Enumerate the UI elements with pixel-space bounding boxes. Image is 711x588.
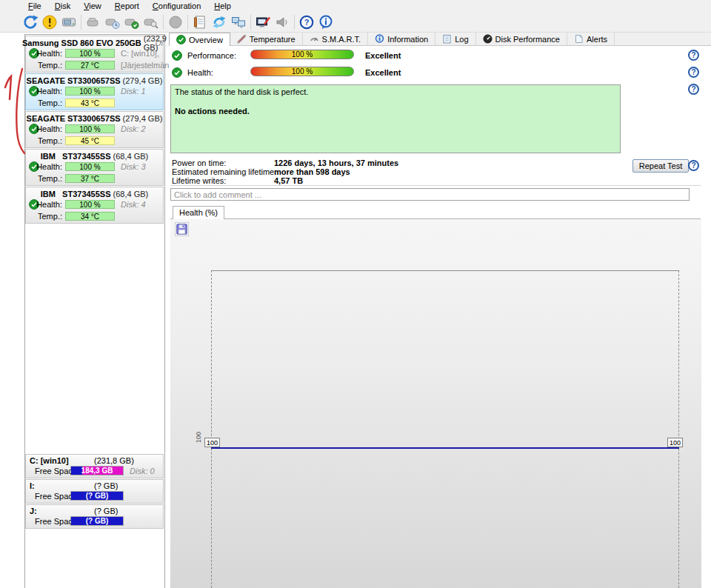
lifetime-writes-value: 4,57 TB bbox=[274, 176, 303, 185]
partition-size: (? GB) bbox=[94, 507, 118, 515]
disk-list: Samsung SSD 860 EVO 250GB (232,9 GB) Di … bbox=[24, 34, 165, 588]
information-icon bbox=[375, 34, 384, 44]
menu-report[interactable]: Report bbox=[109, 1, 145, 11]
info-icon[interactable] bbox=[316, 13, 336, 31]
partition-size: (? GB) bbox=[94, 481, 118, 490]
health-meter: 100 % bbox=[250, 67, 354, 76]
save-chart-button[interactable] bbox=[175, 222, 189, 236]
partition-name: I: bbox=[30, 481, 35, 490]
repeat-test-button[interactable]: Repeat Test bbox=[632, 159, 689, 173]
help-icon[interactable]: ? bbox=[688, 67, 699, 78]
sound-icon[interactable] bbox=[273, 13, 292, 31]
menu-configuration[interactable]: Configuration bbox=[147, 1, 207, 11]
health-100-line bbox=[211, 447, 679, 449]
shutdown-icon bbox=[166, 13, 185, 31]
chart-plot-frame bbox=[211, 270, 679, 588]
tab-label: Information bbox=[387, 35, 428, 44]
help-icon[interactable]: ? bbox=[688, 84, 699, 95]
health-bar: 100 % bbox=[65, 49, 115, 58]
chart-y-axis-tick: 100 bbox=[195, 432, 202, 443]
tab-label: Temperature bbox=[250, 35, 296, 44]
performance-gauge-icon bbox=[483, 34, 493, 44]
temp-label: Temp.: bbox=[26, 61, 62, 70]
health-label: Health: bbox=[26, 124, 62, 133]
health-label: Health: bbox=[26, 49, 62, 58]
disk-item-seagate-1[interactable]: SEAGATE ST3300657SS (279,4 GB) Health: 1… bbox=[25, 73, 164, 110]
network-icon[interactable] bbox=[229, 13, 248, 31]
health-history-chart: 100 100 100 bbox=[170, 219, 701, 588]
temp-bar: 45 °C bbox=[65, 136, 115, 145]
disk-item-seagate-2[interactable]: SEAGATE ST3300657SS (279,4 GB) Health: 1… bbox=[25, 111, 164, 148]
partition-item-c[interactable]: C: [win10] (231,8 GB) Free Space 184,3 G… bbox=[25, 454, 164, 478]
power-on-value: 1226 days, 13 hours, 37 minutes bbox=[274, 158, 398, 167]
status-line-2: No actions needed. bbox=[175, 107, 616, 116]
tab-smart[interactable]: S.M.A.R.T. bbox=[303, 33, 369, 45]
tab-temperature[interactable]: Temperature bbox=[230, 33, 303, 45]
disk-item-ibm-2[interactable]: IBM ST373455SS (68,4 GB) Health: 100 % D… bbox=[25, 187, 164, 224]
temp-label: Temp.: bbox=[26, 136, 62, 145]
disk-name: SEAGATE ST3300657SS bbox=[27, 76, 121, 85]
disk-item-samsung[interactable]: Samsung SSD 860 EVO 250GB (232,9 GB) Di … bbox=[25, 36, 164, 73]
tab-overview[interactable]: Overview bbox=[169, 33, 230, 46]
save-floppy-icon bbox=[176, 224, 187, 235]
help-icon[interactable]: ? bbox=[688, 160, 699, 171]
health-label: Health: bbox=[26, 200, 62, 209]
toolbar-separator bbox=[294, 15, 295, 30]
partition-item-j[interactable]: J: (? GB) Free Space (? GB) bbox=[25, 504, 164, 529]
sync-icon[interactable] bbox=[210, 13, 229, 31]
health-rating: Excellent bbox=[365, 68, 401, 77]
red-annotation-mark bbox=[0, 67, 30, 163]
menu-disk[interactable]: Disk bbox=[49, 1, 76, 11]
tab-alerts[interactable]: Alerts bbox=[567, 33, 615, 45]
warning-icon[interactable] bbox=[40, 13, 59, 31]
main-tab-bar: Overview Temperature S.M.A.R.T. Informat… bbox=[169, 33, 711, 46]
comment-input[interactable] bbox=[170, 188, 690, 201]
partition-item-i[interactable]: I: (? GB) Free Space (? GB) bbox=[25, 479, 164, 504]
disk-size: (279,4 GB) bbox=[123, 76, 163, 85]
disk-drive-icon[interactable] bbox=[59, 13, 79, 31]
help-icon[interactable]: ? bbox=[297, 13, 316, 31]
partition-name: J: bbox=[30, 507, 37, 515]
tab-label: Disk Performance bbox=[495, 35, 560, 44]
tab-information[interactable]: Information bbox=[368, 33, 435, 45]
free-space-bar: (? GB) bbox=[70, 491, 124, 501]
refresh-icon[interactable] bbox=[21, 13, 40, 31]
disk-number: Disk: 1 bbox=[121, 87, 146, 96]
smart-gauge-icon bbox=[310, 34, 319, 44]
tab-log[interactable]: Log bbox=[435, 33, 475, 45]
performance-ok-icon bbox=[172, 50, 182, 61]
disk-number: Disk: 2 bbox=[121, 124, 146, 133]
disk-size: (279,4 GB) bbox=[123, 114, 163, 123]
temp-label: Temp.: bbox=[26, 174, 62, 183]
temp-bar: 37 °C bbox=[65, 174, 115, 183]
tab-health-percent[interactable]: Health (%) bbox=[173, 206, 224, 219]
menu-file[interactable]: File bbox=[22, 1, 47, 11]
disk-name: IBM ST373455SS bbox=[41, 152, 111, 161]
status-text-box[interactable]: The status of the hard disk is perfect. … bbox=[170, 84, 621, 153]
menu-view[interactable]: View bbox=[78, 1, 107, 11]
disk-partition-ref: C: [win10], bbox=[121, 49, 159, 58]
health-label: Health: bbox=[26, 87, 62, 96]
disk-accept-icon bbox=[122, 13, 141, 31]
lifetime-writes-label: Lifetime writes: bbox=[172, 176, 226, 185]
toolbar-separator bbox=[250, 15, 251, 30]
disk-number: Disk: 3 bbox=[121, 162, 146, 171]
toolbar-separator bbox=[163, 15, 164, 30]
chart-left-value-label: 100 bbox=[204, 438, 220, 447]
display-edit-icon[interactable] bbox=[253, 13, 273, 31]
temp-label: Temp.: bbox=[26, 98, 62, 107]
disk-size: (68,4 GB) bbox=[113, 190, 149, 198]
tab-disk-performance[interactable]: Disk Performance bbox=[476, 33, 567, 45]
chart-right-value-label: 100 bbox=[667, 438, 683, 447]
svg-text:?: ? bbox=[304, 18, 310, 27]
help-icon[interactable]: ? bbox=[688, 50, 699, 61]
temp-bar: 43 °C bbox=[65, 98, 115, 107]
disk-item-ibm-1[interactable]: IBM ST373455SS (68,4 GB) Health: 100 % D… bbox=[25, 149, 164, 186]
temp-bar: 34 °C bbox=[65, 212, 115, 221]
report-icon[interactable] bbox=[190, 13, 210, 31]
menu-help[interactable]: Help bbox=[208, 1, 237, 11]
overview-check-icon bbox=[176, 35, 186, 44]
performance-label: Performance: bbox=[187, 51, 236, 60]
divider bbox=[170, 185, 701, 186]
alerts-page-icon bbox=[574, 34, 584, 44]
